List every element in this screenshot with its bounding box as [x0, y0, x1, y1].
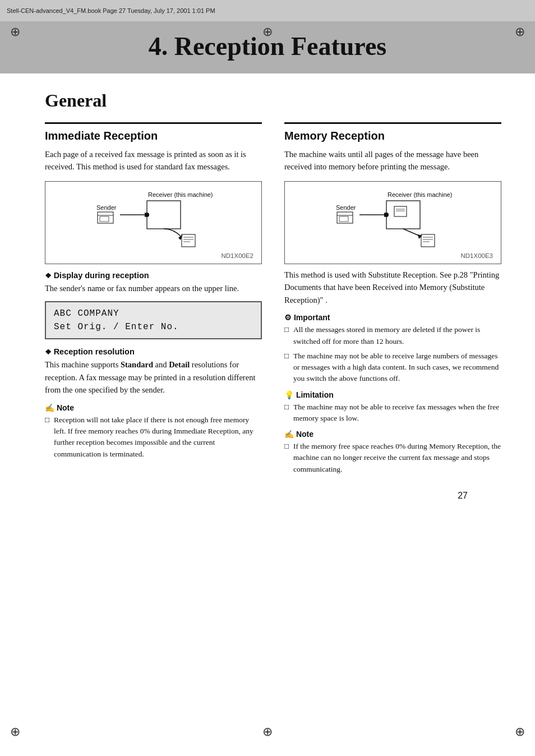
- svg-text:Receiver (this machine): Receiver (this machine): [148, 191, 213, 198]
- center-mark-top: ⊕: [262, 25, 273, 39]
- right-note-title: Note: [284, 430, 501, 439]
- display-heading: Display during reception: [45, 271, 262, 280]
- resolution-heading: Reception resolution: [45, 347, 262, 356]
- left-diagram-box: Receiver (this machine) Sender: [45, 181, 262, 264]
- important-item-1: All the messages stored in memory are de…: [284, 324, 501, 347]
- svg-rect-28: [421, 234, 435, 247]
- important-item-2: The machine may not be able to receive l…: [284, 351, 501, 385]
- svg-text:Sender: Sender: [336, 204, 356, 211]
- left-heading: Immediate Reception: [45, 130, 262, 142]
- corner-mark-bl: ⊕: [10, 725, 20, 739]
- center-mark-bottom: ⊕: [262, 725, 273, 739]
- left-column: Immediate Reception Each page of a recei…: [45, 122, 262, 480]
- header-bar: Stell-CEN-advanced_V4_FM.book Page 27 Tu…: [0, 0, 535, 21]
- right-description: This method is used with Substitute Rece…: [284, 269, 501, 306]
- svg-marker-9: [178, 234, 183, 240]
- svg-rect-15: [386, 201, 420, 229]
- svg-rect-8: [100, 216, 109, 222]
- right-diagram-label: ND1X00E3: [293, 252, 493, 259]
- left-divider: [45, 122, 262, 124]
- corner-mark-tr: ⊕: [515, 25, 525, 39]
- limitation-block: Limitation The machine may not be able t…: [284, 390, 501, 425]
- left-para: Each page of a received fax message is p…: [45, 148, 262, 173]
- svg-line-26: [403, 229, 420, 236]
- left-diagram-svg: Receiver (this machine) Sender: [86, 188, 221, 250]
- corner-mark-br: ⊕: [515, 725, 525, 739]
- resolution-text: This machine supports Standard and Detai…: [45, 358, 262, 396]
- svg-text:Sender: Sender: [96, 204, 117, 211]
- corner-mark-tl: ⊕: [10, 25, 20, 39]
- right-para: The machine waits until all pages of the…: [284, 148, 501, 173]
- limitation-item-1: The machine may not be able to receive f…: [284, 402, 501, 425]
- main-content: General Immediate Reception Each page of…: [0, 73, 535, 534]
- lcd-display: ABC COMPANY Set Orig. / Enter No.: [45, 301, 262, 339]
- important-title: Important: [284, 313, 501, 322]
- section-heading: General: [45, 90, 501, 111]
- svg-marker-27: [418, 234, 422, 239]
- svg-rect-10: [182, 234, 195, 247]
- left-note-title: Note: [45, 403, 262, 412]
- svg-text:Receiver (this machine): Receiver (this machine): [388, 191, 453, 198]
- svg-rect-1: [147, 201, 181, 229]
- right-diagram-box: Receiver (this machine) Sender: [284, 181, 501, 264]
- right-note-block: Note If the memory free space reaches 0%…: [284, 430, 501, 475]
- header-text: Stell-CEN-advanced_V4_FM.book Page 27 Tu…: [7, 7, 215, 14]
- limitation-title: Limitation: [284, 390, 501, 399]
- right-divider: [284, 122, 501, 124]
- two-column-layout: Immediate Reception Each page of a recei…: [45, 122, 501, 480]
- right-diagram-svg: Receiver (this machine) Sender: [326, 188, 460, 250]
- display-text: The sender's name or fax number appears …: [45, 282, 262, 294]
- left-note-item-1: Reception will not take place if there i…: [45, 414, 262, 460]
- svg-rect-23: [394, 206, 407, 216]
- lcd-line1: ABC COMPANY: [54, 307, 253, 320]
- left-diagram-label: ND1X00E2: [53, 252, 253, 259]
- right-note-item-1: If the memory free space reaches 0% duri…: [284, 441, 501, 475]
- display-reception-section: Display during reception The sender's na…: [45, 271, 262, 339]
- resolution-section: Reception resolution This machine suppor…: [45, 347, 262, 396]
- lcd-line2: Set Orig. / Enter No.: [54, 320, 253, 334]
- right-heading: Memory Reception: [284, 130, 501, 142]
- right-column: Memory Reception The machine waits until…: [284, 122, 501, 480]
- page-number: 27: [45, 491, 501, 501]
- important-block: Important All the messages stored in mem…: [284, 313, 501, 384]
- svg-rect-22: [339, 216, 348, 222]
- left-note-block: Note Reception will not take place if th…: [45, 403, 262, 460]
